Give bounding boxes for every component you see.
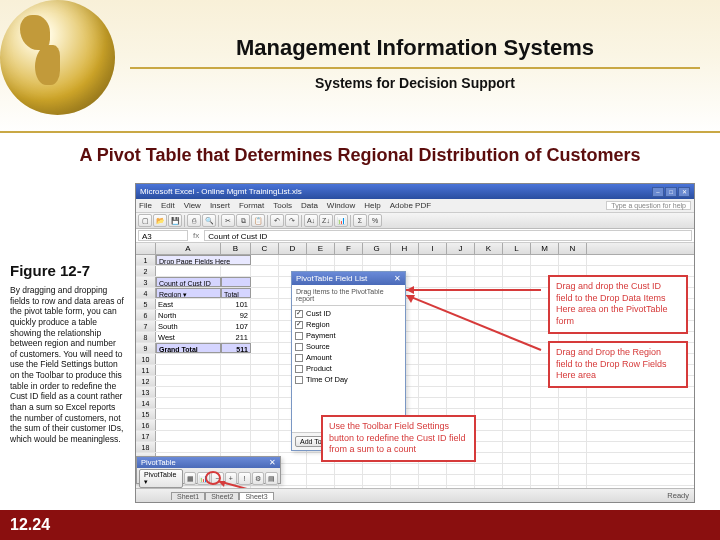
- cell[interactable]: [447, 321, 475, 331]
- row-header[interactable]: 2: [136, 266, 156, 276]
- cell[interactable]: [156, 442, 221, 452]
- checkbox-icon[interactable]: [295, 365, 303, 373]
- cell[interactable]: [419, 376, 447, 386]
- cell[interactable]: [251, 387, 279, 397]
- cell[interactable]: East: [156, 299, 221, 309]
- cell[interactable]: [531, 486, 559, 488]
- row-header[interactable]: 17: [136, 431, 156, 441]
- sort-asc-icon[interactable]: A↓: [304, 214, 318, 227]
- sort-desc-icon[interactable]: Z↓: [319, 214, 333, 227]
- cell[interactable]: [559, 464, 587, 474]
- menu-item[interactable]: Format: [239, 201, 264, 210]
- cell[interactable]: [307, 464, 335, 474]
- cell[interactable]: [279, 464, 307, 474]
- col-header[interactable]: C: [251, 243, 279, 254]
- cell[interactable]: [475, 420, 503, 430]
- cell[interactable]: [251, 266, 279, 276]
- cell[interactable]: [251, 398, 279, 408]
- cell[interactable]: [503, 332, 531, 342]
- cell[interactable]: Count of Cust ID: [156, 277, 221, 287]
- cell[interactable]: Grand Total: [156, 343, 221, 353]
- save-icon[interactable]: 💾: [168, 214, 182, 227]
- col-header[interactable]: A: [156, 243, 221, 254]
- field-list-icon[interactable]: ▤: [265, 472, 278, 485]
- cell[interactable]: [279, 486, 307, 488]
- cell[interactable]: [475, 354, 503, 364]
- cell[interactable]: [221, 387, 251, 397]
- cell[interactable]: [156, 354, 221, 364]
- formula-input[interactable]: Count of Cust ID: [204, 230, 692, 241]
- cell[interactable]: [447, 464, 475, 474]
- cell[interactable]: [279, 453, 307, 463]
- cell[interactable]: [251, 277, 279, 287]
- cell[interactable]: [335, 464, 363, 474]
- cell[interactable]: [391, 464, 419, 474]
- menu-item[interactable]: Adobe PDF: [390, 201, 431, 210]
- row-header[interactable]: 11: [136, 365, 156, 375]
- cell[interactable]: 92: [221, 310, 251, 320]
- name-box[interactable]: A3: [138, 230, 188, 241]
- cell[interactable]: [447, 475, 475, 485]
- cell[interactable]: [156, 409, 221, 419]
- col-header[interactable]: K: [475, 243, 503, 254]
- cell[interactable]: [447, 343, 475, 353]
- cell[interactable]: [221, 376, 251, 386]
- cell[interactable]: [475, 343, 503, 353]
- cell[interactable]: [363, 475, 391, 485]
- cell[interactable]: [363, 486, 391, 488]
- cell[interactable]: [391, 486, 419, 488]
- cell[interactable]: Total: [221, 288, 251, 298]
- field-list-item[interactable]: Payment: [295, 330, 402, 341]
- refresh-icon[interactable]: !: [238, 472, 251, 485]
- cell[interactable]: [419, 310, 447, 320]
- cell[interactable]: [559, 387, 587, 397]
- cell[interactable]: [503, 321, 531, 331]
- checkbox-icon[interactable]: [295, 310, 303, 318]
- cell[interactable]: [419, 475, 447, 485]
- cell[interactable]: [531, 398, 559, 408]
- cell[interactable]: [419, 464, 447, 474]
- cell[interactable]: [419, 332, 447, 342]
- field-list-item[interactable]: Region: [295, 319, 402, 330]
- cell[interactable]: [419, 365, 447, 375]
- cell[interactable]: [279, 255, 307, 265]
- cell[interactable]: [279, 475, 307, 485]
- cell[interactable]: [503, 420, 531, 430]
- sheet-tab-active[interactable]: Sheet3: [239, 492, 273, 500]
- cell[interactable]: [221, 266, 251, 276]
- cell[interactable]: [475, 387, 503, 397]
- cell[interactable]: [447, 486, 475, 488]
- col-header[interactable]: N: [559, 243, 587, 254]
- cell[interactable]: [307, 475, 335, 485]
- col-header[interactable]: M: [531, 243, 559, 254]
- menu-item[interactable]: Tools: [273, 201, 292, 210]
- cell[interactable]: [475, 464, 503, 474]
- copy-icon[interactable]: ⧉: [236, 214, 250, 227]
- cell[interactable]: [559, 420, 587, 430]
- col-header[interactable]: H: [391, 243, 419, 254]
- cell[interactable]: [156, 376, 221, 386]
- cell[interactable]: [251, 321, 279, 331]
- cell[interactable]: [475, 332, 503, 342]
- cell[interactable]: [221, 409, 251, 419]
- cell[interactable]: [251, 299, 279, 309]
- cell[interactable]: Region ▾: [156, 288, 221, 298]
- cell[interactable]: [475, 288, 503, 298]
- cell[interactable]: [156, 365, 221, 375]
- cell[interactable]: [503, 343, 531, 353]
- cell[interactable]: [447, 376, 475, 386]
- cell[interactable]: [447, 332, 475, 342]
- checkbox-icon[interactable]: [295, 376, 303, 384]
- checkbox-icon[interactable]: [295, 354, 303, 362]
- cell[interactable]: [363, 464, 391, 474]
- cell[interactable]: [156, 420, 221, 430]
- cell[interactable]: [503, 486, 531, 488]
- cell[interactable]: [251, 332, 279, 342]
- col-header[interactable]: I: [419, 243, 447, 254]
- field-list-item[interactable]: Source: [295, 341, 402, 352]
- cell[interactable]: [475, 475, 503, 485]
- cell[interactable]: [503, 431, 531, 441]
- cell[interactable]: [156, 387, 221, 397]
- cell[interactable]: [251, 288, 279, 298]
- cell[interactable]: [531, 464, 559, 474]
